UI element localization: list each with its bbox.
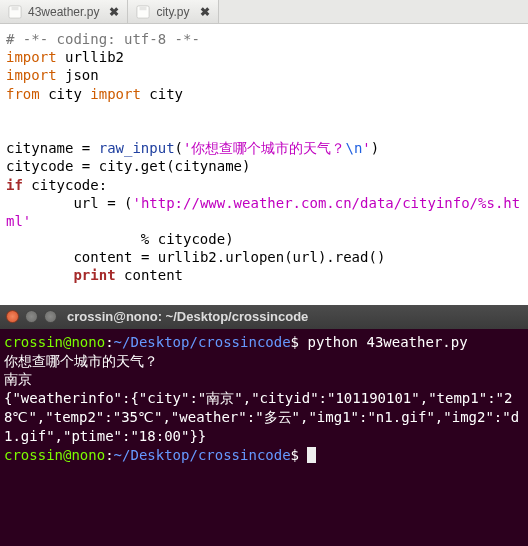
kw-print: print [73,267,115,283]
prompt-user: crossin@nono [4,447,105,463]
code-comment: # -*- coding: utf-8 -*- [6,31,200,47]
code-editor: 43weather.py ✖ city.py ✖ # -*- coding: u… [0,0,528,305]
kw-import: import [90,86,141,102]
terminal-command: python 43weather.py [299,334,468,350]
tab-label: 43weather.py [28,5,99,19]
tab-label: city.py [156,5,189,19]
prompt-path: ~/Desktop/crossincode [114,334,291,350]
close-icon[interactable]: ✖ [196,5,210,19]
terminal-titlebar[interactable]: crossin@nono: ~/Desktop/crossincode [0,305,528,329]
terminal-window: crossin@nono: ~/Desktop/crossincode cros… [0,305,528,546]
window-minimize-icon[interactable] [25,310,38,323]
code-content[interactable]: # -*- coding: utf-8 -*- import urllib2 i… [0,24,528,305]
window-controls [6,310,57,323]
terminal-cursor [307,447,316,463]
close-icon[interactable]: ✖ [105,5,119,19]
kw-import: import [6,67,57,83]
window-maximize-icon[interactable] [44,310,57,323]
prompt-user: crossin@nono [4,334,105,350]
tab-43weather[interactable]: 43weather.py ✖ [0,0,128,23]
python-file-icon [8,5,22,19]
fn-raw-input: raw_input [90,140,174,156]
editor-tabs: 43weather.py ✖ city.py ✖ [0,0,528,24]
terminal-content[interactable]: crossin@nono:~/Desktop/crossincode$ pyth… [0,329,528,546]
kw-if: if [6,177,23,193]
terminal-output: 你想查哪个城市的天气？ [4,353,158,369]
kw-import: import [6,49,57,65]
python-file-icon [136,5,150,19]
terminal-output: 南京 [4,371,32,387]
terminal-title: crossin@nono: ~/Desktop/crossincode [67,309,308,324]
terminal-output-json: {"weatherinfo":{"city":"南京","cityid":"10… [4,390,519,444]
tab-city[interactable]: city.py ✖ [128,0,218,23]
prompt-path: ~/Desktop/crossincode [114,447,291,463]
window-close-icon[interactable] [6,310,19,323]
kw-from: from [6,86,40,102]
